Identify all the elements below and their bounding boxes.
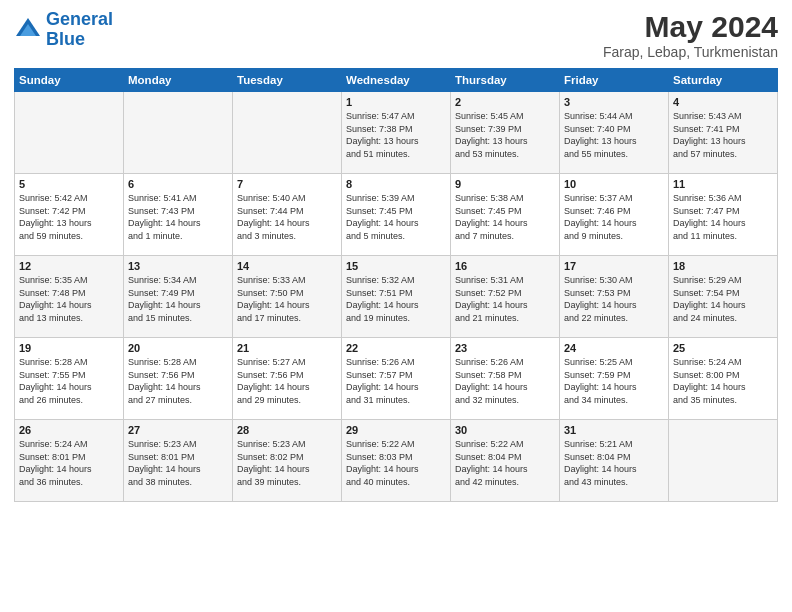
day-number: 11 bbox=[673, 178, 773, 190]
location: Farap, Lebap, Turkmenistan bbox=[603, 44, 778, 60]
calendar-day bbox=[15, 92, 124, 174]
day-info: Sunrise: 5:22 AM Sunset: 8:03 PM Dayligh… bbox=[346, 438, 446, 488]
day-number: 4 bbox=[673, 96, 773, 108]
calendar-day bbox=[669, 420, 778, 502]
day-info: Sunrise: 5:27 AM Sunset: 7:56 PM Dayligh… bbox=[237, 356, 337, 406]
day-number: 27 bbox=[128, 424, 228, 436]
calendar-day: 17Sunrise: 5:30 AM Sunset: 7:53 PM Dayli… bbox=[560, 256, 669, 338]
day-info: Sunrise: 5:21 AM Sunset: 8:04 PM Dayligh… bbox=[564, 438, 664, 488]
day-info: Sunrise: 5:40 AM Sunset: 7:44 PM Dayligh… bbox=[237, 192, 337, 242]
day-info: Sunrise: 5:32 AM Sunset: 7:51 PM Dayligh… bbox=[346, 274, 446, 324]
logo: General Blue bbox=[14, 10, 113, 50]
day-info: Sunrise: 5:22 AM Sunset: 8:04 PM Dayligh… bbox=[455, 438, 555, 488]
calendar-day: 19Sunrise: 5:28 AM Sunset: 7:55 PM Dayli… bbox=[15, 338, 124, 420]
day-info: Sunrise: 5:38 AM Sunset: 7:45 PM Dayligh… bbox=[455, 192, 555, 242]
day-number: 21 bbox=[237, 342, 337, 354]
title-block: May 2024 Farap, Lebap, Turkmenistan bbox=[603, 10, 778, 60]
day-info: Sunrise: 5:35 AM Sunset: 7:48 PM Dayligh… bbox=[19, 274, 119, 324]
logo-blue: Blue bbox=[46, 29, 85, 49]
calendar-week-2: 5Sunrise: 5:42 AM Sunset: 7:42 PM Daylig… bbox=[15, 174, 778, 256]
day-number: 17 bbox=[564, 260, 664, 272]
day-info: Sunrise: 5:33 AM Sunset: 7:50 PM Dayligh… bbox=[237, 274, 337, 324]
day-info: Sunrise: 5:29 AM Sunset: 7:54 PM Dayligh… bbox=[673, 274, 773, 324]
calendar-day: 21Sunrise: 5:27 AM Sunset: 7:56 PM Dayli… bbox=[233, 338, 342, 420]
day-number: 7 bbox=[237, 178, 337, 190]
day-info: Sunrise: 5:41 AM Sunset: 7:43 PM Dayligh… bbox=[128, 192, 228, 242]
day-info: Sunrise: 5:26 AM Sunset: 7:57 PM Dayligh… bbox=[346, 356, 446, 406]
day-number: 1 bbox=[346, 96, 446, 108]
day-number: 5 bbox=[19, 178, 119, 190]
day-number: 10 bbox=[564, 178, 664, 190]
calendar-day: 25Sunrise: 5:24 AM Sunset: 8:00 PM Dayli… bbox=[669, 338, 778, 420]
day-info: Sunrise: 5:44 AM Sunset: 7:40 PM Dayligh… bbox=[564, 110, 664, 160]
calendar-day: 23Sunrise: 5:26 AM Sunset: 7:58 PM Dayli… bbox=[451, 338, 560, 420]
day-info: Sunrise: 5:47 AM Sunset: 7:38 PM Dayligh… bbox=[346, 110, 446, 160]
day-info: Sunrise: 5:43 AM Sunset: 7:41 PM Dayligh… bbox=[673, 110, 773, 160]
col-friday: Friday bbox=[560, 69, 669, 92]
calendar-day: 9Sunrise: 5:38 AM Sunset: 7:45 PM Daylig… bbox=[451, 174, 560, 256]
calendar-day: 4Sunrise: 5:43 AM Sunset: 7:41 PM Daylig… bbox=[669, 92, 778, 174]
calendar-day: 20Sunrise: 5:28 AM Sunset: 7:56 PM Dayli… bbox=[124, 338, 233, 420]
calendar-day: 26Sunrise: 5:24 AM Sunset: 8:01 PM Dayli… bbox=[15, 420, 124, 502]
calendar-day: 2Sunrise: 5:45 AM Sunset: 7:39 PM Daylig… bbox=[451, 92, 560, 174]
calendar-day: 31Sunrise: 5:21 AM Sunset: 8:04 PM Dayli… bbox=[560, 420, 669, 502]
day-info: Sunrise: 5:37 AM Sunset: 7:46 PM Dayligh… bbox=[564, 192, 664, 242]
day-info: Sunrise: 5:28 AM Sunset: 7:56 PM Dayligh… bbox=[128, 356, 228, 406]
day-number: 8 bbox=[346, 178, 446, 190]
calendar-day: 18Sunrise: 5:29 AM Sunset: 7:54 PM Dayli… bbox=[669, 256, 778, 338]
day-number: 13 bbox=[128, 260, 228, 272]
day-info: Sunrise: 5:28 AM Sunset: 7:55 PM Dayligh… bbox=[19, 356, 119, 406]
logo-icon bbox=[14, 16, 42, 44]
day-number: 28 bbox=[237, 424, 337, 436]
calendar-day: 1Sunrise: 5:47 AM Sunset: 7:38 PM Daylig… bbox=[342, 92, 451, 174]
day-number: 15 bbox=[346, 260, 446, 272]
col-saturday: Saturday bbox=[669, 69, 778, 92]
day-number: 20 bbox=[128, 342, 228, 354]
calendar-week-3: 12Sunrise: 5:35 AM Sunset: 7:48 PM Dayli… bbox=[15, 256, 778, 338]
calendar-day: 29Sunrise: 5:22 AM Sunset: 8:03 PM Dayli… bbox=[342, 420, 451, 502]
calendar-day: 7Sunrise: 5:40 AM Sunset: 7:44 PM Daylig… bbox=[233, 174, 342, 256]
calendar-day: 8Sunrise: 5:39 AM Sunset: 7:45 PM Daylig… bbox=[342, 174, 451, 256]
calendar-table: Sunday Monday Tuesday Wednesday Thursday… bbox=[14, 68, 778, 502]
logo-text: General Blue bbox=[46, 10, 113, 50]
day-number: 25 bbox=[673, 342, 773, 354]
col-monday: Monday bbox=[124, 69, 233, 92]
day-number: 6 bbox=[128, 178, 228, 190]
calendar-week-4: 19Sunrise: 5:28 AM Sunset: 7:55 PM Dayli… bbox=[15, 338, 778, 420]
calendar-body: 1Sunrise: 5:47 AM Sunset: 7:38 PM Daylig… bbox=[15, 92, 778, 502]
calendar-day: 5Sunrise: 5:42 AM Sunset: 7:42 PM Daylig… bbox=[15, 174, 124, 256]
day-number: 24 bbox=[564, 342, 664, 354]
day-number: 31 bbox=[564, 424, 664, 436]
calendar-day: 28Sunrise: 5:23 AM Sunset: 8:02 PM Dayli… bbox=[233, 420, 342, 502]
day-info: Sunrise: 5:39 AM Sunset: 7:45 PM Dayligh… bbox=[346, 192, 446, 242]
day-info: Sunrise: 5:23 AM Sunset: 8:02 PM Dayligh… bbox=[237, 438, 337, 488]
day-number: 18 bbox=[673, 260, 773, 272]
day-number: 16 bbox=[455, 260, 555, 272]
calendar-day: 30Sunrise: 5:22 AM Sunset: 8:04 PM Dayli… bbox=[451, 420, 560, 502]
col-thursday: Thursday bbox=[451, 69, 560, 92]
calendar-day: 15Sunrise: 5:32 AM Sunset: 7:51 PM Dayli… bbox=[342, 256, 451, 338]
day-number: 19 bbox=[19, 342, 119, 354]
calendar-day: 12Sunrise: 5:35 AM Sunset: 7:48 PM Dayli… bbox=[15, 256, 124, 338]
calendar-day: 22Sunrise: 5:26 AM Sunset: 7:57 PM Dayli… bbox=[342, 338, 451, 420]
logo-general: General bbox=[46, 9, 113, 29]
calendar-day: 16Sunrise: 5:31 AM Sunset: 7:52 PM Dayli… bbox=[451, 256, 560, 338]
day-number: 14 bbox=[237, 260, 337, 272]
calendar-week-5: 26Sunrise: 5:24 AM Sunset: 8:01 PM Dayli… bbox=[15, 420, 778, 502]
day-info: Sunrise: 5:23 AM Sunset: 8:01 PM Dayligh… bbox=[128, 438, 228, 488]
calendar-day: 6Sunrise: 5:41 AM Sunset: 7:43 PM Daylig… bbox=[124, 174, 233, 256]
day-number: 26 bbox=[19, 424, 119, 436]
month-title: May 2024 bbox=[603, 10, 778, 44]
day-info: Sunrise: 5:42 AM Sunset: 7:42 PM Dayligh… bbox=[19, 192, 119, 242]
day-info: Sunrise: 5:26 AM Sunset: 7:58 PM Dayligh… bbox=[455, 356, 555, 406]
day-number: 30 bbox=[455, 424, 555, 436]
day-number: 9 bbox=[455, 178, 555, 190]
day-number: 12 bbox=[19, 260, 119, 272]
day-info: Sunrise: 5:36 AM Sunset: 7:47 PM Dayligh… bbox=[673, 192, 773, 242]
day-info: Sunrise: 5:34 AM Sunset: 7:49 PM Dayligh… bbox=[128, 274, 228, 324]
calendar-day: 13Sunrise: 5:34 AM Sunset: 7:49 PM Dayli… bbox=[124, 256, 233, 338]
calendar-day: 24Sunrise: 5:25 AM Sunset: 7:59 PM Dayli… bbox=[560, 338, 669, 420]
day-info: Sunrise: 5:24 AM Sunset: 8:01 PM Dayligh… bbox=[19, 438, 119, 488]
day-info: Sunrise: 5:45 AM Sunset: 7:39 PM Dayligh… bbox=[455, 110, 555, 160]
day-number: 2 bbox=[455, 96, 555, 108]
